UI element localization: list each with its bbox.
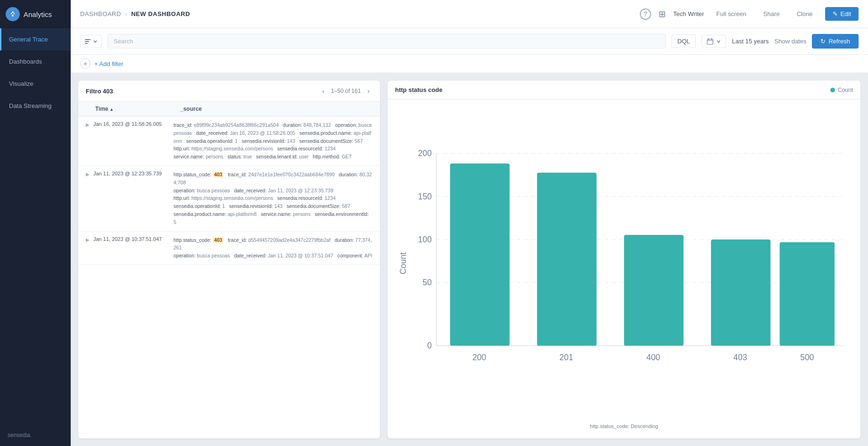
grid-icon[interactable]: ⊞ (659, 9, 666, 19)
svg-rect-5 (707, 39, 713, 44)
refresh-icon: ↻ (820, 38, 826, 45)
row-time: Jan 11, 2023 @ 10:37:51.047 (93, 236, 174, 242)
row-expand-icon[interactable]: ▶ (86, 122, 90, 127)
sidebar-item-dashboards[interactable]: Dashboards (0, 50, 71, 73)
breadcrumb: DASHBOARD › NEW DASHBOARD (80, 10, 190, 18)
row-time: Jan 16, 2023 @ 11:58:26.005 (93, 121, 174, 127)
legend-dot (830, 88, 835, 92)
breadcrumb-current: NEW DASHBOARD (131, 10, 190, 17)
row-time: Jan 11, 2023 @ 12:23:35.739 (93, 171, 174, 176)
legend-label: Count (838, 87, 853, 93)
content-area: Filtro 403 ‹ 1–50 of 161 › Time _source … (71, 73, 868, 446)
svg-text:150: 150 (418, 192, 432, 201)
svg-text:201: 201 (560, 353, 573, 362)
svg-text:0: 0 (427, 341, 432, 350)
svg-text:200: 200 (418, 149, 432, 158)
user-name: Tech Writer (673, 10, 704, 17)
row-source: http.status_code: 403 trace_id: 24d7e1e1… (174, 171, 372, 226)
refresh-button[interactable]: ↻ Refresh (812, 34, 859, 49)
clone-button[interactable]: Clone (792, 8, 818, 20)
table-panel: Filtro 403 ‹ 1–50 of 161 › Time _source … (78, 81, 380, 438)
svg-text:200: 200 (472, 353, 486, 362)
bar-201[interactable] (537, 173, 596, 346)
table-header: Time _source (78, 102, 380, 116)
filter-type-button[interactable] (80, 35, 102, 48)
col-source-header[interactable]: _source (180, 106, 372, 112)
breadcrumb-parent: DASHBOARD (80, 10, 121, 17)
table-row[interactable]: ▶ Jan 11, 2023 @ 10:37:51.047 http.statu… (78, 231, 380, 265)
chevron-down-icon (93, 39, 98, 44)
bar-403[interactable] (711, 240, 770, 346)
svg-point-1 (12, 15, 14, 17)
app-title: Analytics (24, 10, 52, 18)
svg-rect-3 (85, 41, 89, 42)
filter-bar: Search DQL Last 15 years Show dates ↻ Re… (71, 28, 868, 55)
chart-area: Count 200 150 100 50 0 (388, 99, 860, 438)
pagination: ‹ 1–50 of 161 › (319, 86, 372, 96)
table-row[interactable]: ▶ Jan 11, 2023 @ 12:23:35.739 http.statu… (78, 166, 380, 231)
prev-page-button[interactable]: ‹ (319, 86, 327, 96)
bar-500[interactable] (780, 242, 835, 346)
sidebar-footer: sensedia. (0, 424, 71, 446)
topbar: DASHBOARD › NEW DASHBOARD ? ⊞ Tech Write… (71, 0, 868, 28)
calendar-icon (707, 38, 713, 45)
panel-header: Filtro 403 ‹ 1–50 of 161 › (78, 81, 380, 102)
svg-text:400: 400 (646, 353, 660, 362)
add-filter-bar: + + Add filter (71, 55, 868, 73)
show-dates-button[interactable]: Show dates (775, 38, 807, 45)
edit-icon: ✎ (833, 10, 838, 17)
sidebar: Analytics General Trace Dashboards Visua… (0, 0, 71, 446)
bar-400[interactable] (624, 235, 684, 346)
time-range-label: Last 15 years (732, 38, 769, 45)
row-source: http.status_code: 403 trace_id: d5549457… (174, 236, 372, 260)
pagination-info: 1–50 of 161 (331, 88, 361, 94)
topbar-actions: ? ⊞ Tech Writer Full screen Share Clone … (640, 7, 859, 21)
svg-text:403: 403 (734, 353, 747, 362)
svg-text:100: 100 (418, 235, 432, 244)
svg-rect-4 (85, 43, 88, 44)
row-expand-icon[interactable]: ▶ (86, 237, 90, 242)
svg-rect-7 (708, 38, 709, 40)
col-time-header[interactable]: Time (95, 106, 180, 112)
help-icon[interactable]: ? (640, 8, 651, 20)
list-icon (84, 38, 91, 45)
chart-panel: http status code Count Count (388, 81, 860, 438)
svg-rect-8 (711, 38, 712, 40)
add-filter-link[interactable]: + Add filter (94, 60, 124, 67)
breadcrumb-separator: › (125, 10, 127, 18)
sensedia-logo: sensedia. (8, 432, 32, 438)
add-filter-circle-icon[interactable]: + (80, 58, 91, 69)
chart-footer: http.status_code: Descending (395, 420, 853, 431)
calendar-chevron-icon (716, 39, 721, 44)
chart-legend: Count (830, 87, 853, 93)
next-page-button[interactable]: › (364, 86, 372, 96)
edit-button[interactable]: ✎ Edit (825, 7, 859, 21)
sidebar-logo: Analytics (0, 0, 71, 28)
chart-header: http status code Count (388, 81, 860, 99)
table-row[interactable]: ▶ Jan 16, 2023 @ 11:58:26.005 trace_id: … (78, 116, 380, 166)
fullscreen-button[interactable]: Full screen (711, 8, 751, 20)
main-area: DASHBOARD › NEW DASHBOARD ? ⊞ Tech Write… (71, 0, 868, 446)
sidebar-item-visualize[interactable]: Visualize (0, 73, 71, 95)
chart-canvas: Count 200 150 100 50 0 (395, 107, 853, 420)
row-source: trace_id: e89f99c234ab9254a8638f66c291a5… (174, 121, 372, 161)
bar-chart-svg: Count 200 150 100 50 0 (395, 107, 853, 420)
svg-text:50: 50 (422, 278, 432, 287)
svg-text:500: 500 (800, 353, 814, 362)
row-expand-icon[interactable]: ▶ (86, 172, 90, 177)
logo-icon (6, 7, 20, 21)
share-button[interactable]: Share (759, 8, 785, 20)
dql-button[interactable]: DQL (671, 34, 696, 48)
sidebar-nav: General Trace Dashboards Visualize Data … (0, 28, 71, 424)
table-body: ▶ Jan 16, 2023 @ 11:58:26.005 trace_id: … (78, 116, 380, 438)
sidebar-item-data-streaming[interactable]: Data Streaming (0, 95, 71, 117)
sidebar-item-general-trace[interactable]: General Trace (0, 28, 71, 50)
svg-rect-2 (85, 39, 91, 40)
svg-text:Count: Count (398, 252, 408, 274)
search-input[interactable]: Search (107, 34, 666, 49)
bar-200[interactable] (450, 164, 510, 346)
calendar-button[interactable] (702, 35, 726, 48)
chart-title: http status code (395, 86, 442, 93)
panel-title: Filtro 403 (86, 88, 113, 95)
